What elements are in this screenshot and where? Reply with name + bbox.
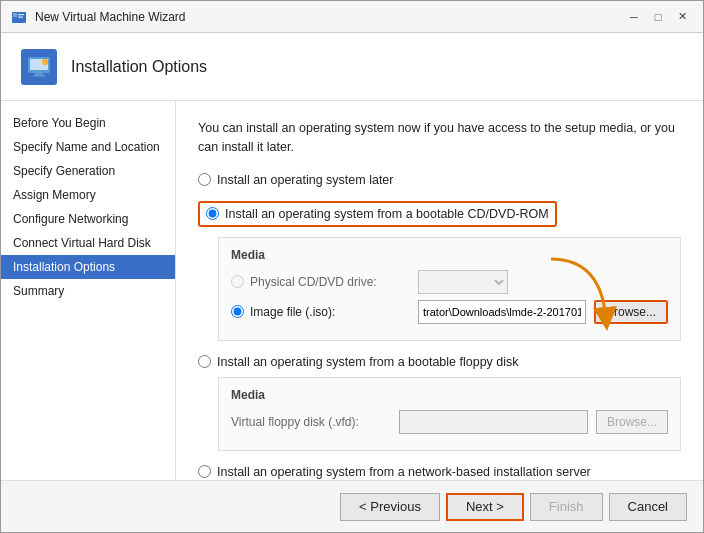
floppy-vfd-label: Virtual floppy disk (.vfd): [231,415,391,429]
sidebar-item-installation-options[interactable]: Installation Options [1,255,175,279]
radio-install-floppy-label: Install an operating system from a boota… [217,355,519,369]
title-buttons: ─ □ ✕ [623,7,693,27]
minimize-button[interactable]: ─ [623,7,645,27]
radio-install-later-row: Install an operating system later [198,173,681,187]
next-button[interactable]: Next > [446,493,524,521]
option-install-later: Install an operating system later [198,173,681,187]
page-title: Installation Options [71,58,207,76]
image-file-row: Image file (.iso): Browse... [231,300,668,324]
floppy-media-title: Media [231,388,668,402]
sidebar: Before You Begin Specify Name and Locati… [1,101,176,480]
title-bar-left: New Virtual Machine Wizard [11,9,186,25]
maximize-button[interactable]: □ [647,7,669,27]
cancel-button[interactable]: Cancel [609,493,687,521]
option-install-network: Install an operating system from a netwo… [198,465,681,479]
floppy-media-box: Media Virtual floppy disk (.vfd): Browse… [218,377,681,451]
physical-drive-row: Physical CD/DVD drive: [231,270,668,294]
svg-text:!: ! [44,60,45,65]
previous-button[interactable]: < Previous [340,493,440,521]
svg-rect-1 [13,13,17,17]
installation-icon: ! [25,53,53,81]
physical-drive-select[interactable] [418,270,508,294]
svg-rect-3 [18,16,23,17]
radio-install-cdrom[interactable] [206,207,219,220]
image-file-input[interactable] [418,300,586,324]
header-icon: ! [21,49,57,85]
intro-text: You can install an operating system now … [198,119,681,157]
browse-cdrom-button[interactable]: Browse... [594,300,668,324]
wizard-icon [11,9,27,25]
sidebar-item-specify-name[interactable]: Specify Name and Location [1,135,175,159]
radio-install-network[interactable] [198,465,211,478]
svg-rect-6 [35,73,43,75]
main-window: New Virtual Machine Wizard ─ □ ✕ ! Insta… [0,0,704,533]
radio-install-floppy[interactable] [198,355,211,368]
title-bar: New Virtual Machine Wizard ─ □ ✕ [1,1,703,33]
radio-physical-drive[interactable] [231,275,244,288]
header-area: ! Installation Options [1,33,703,101]
finish-button[interactable]: Finish [530,493,603,521]
sidebar-item-configure-networking[interactable]: Configure Networking [1,207,175,231]
radio-install-later-label: Install an operating system later [217,173,393,187]
radio-install-later[interactable] [198,173,211,186]
sidebar-item-summary[interactable]: Summary [1,279,175,303]
main-content: You can install an operating system now … [176,101,703,480]
sidebar-item-connect-vhd[interactable]: Connect Virtual Hard Disk [1,231,175,255]
radio-install-network-label: Install an operating system from a netwo… [217,465,591,479]
radio-install-network-row: Install an operating system from a netwo… [198,465,681,479]
footer: < Previous Next > Finish Cancel [1,480,703,532]
window-title: New Virtual Machine Wizard [35,10,186,24]
option-install-cdrom: Install an operating system from a boota… [198,201,681,341]
sidebar-item-before-you-begin[interactable]: Before You Begin [1,111,175,135]
svg-rect-2 [18,14,24,15]
image-file-label: Image file (.iso): [250,305,410,319]
highlighted-cdrom-option: Install an operating system from a boota… [198,201,557,227]
content-area: Before You Begin Specify Name and Locati… [1,101,703,480]
cdrom-media-box: Media Physical CD/DVD drive: Image [218,237,681,341]
sidebar-item-assign-memory[interactable]: Assign Memory [1,183,175,207]
browse-floppy-button[interactable]: Browse... [596,410,668,434]
radio-image-file[interactable] [231,305,244,318]
radio-install-floppy-row: Install an operating system from a boota… [198,355,681,369]
radio-install-cdrom-label: Install an operating system from a boota… [225,207,549,221]
option-install-floppy: Install an operating system from a boota… [198,355,681,451]
floppy-vfd-row: Virtual floppy disk (.vfd): Browse... [231,410,668,434]
floppy-vfd-input[interactable] [399,410,588,434]
svg-rect-7 [33,75,45,77]
sidebar-item-specify-generation[interactable]: Specify Generation [1,159,175,183]
cdrom-media-title: Media [231,248,668,262]
physical-drive-label: Physical CD/DVD drive: [250,275,410,289]
close-button[interactable]: ✕ [671,7,693,27]
